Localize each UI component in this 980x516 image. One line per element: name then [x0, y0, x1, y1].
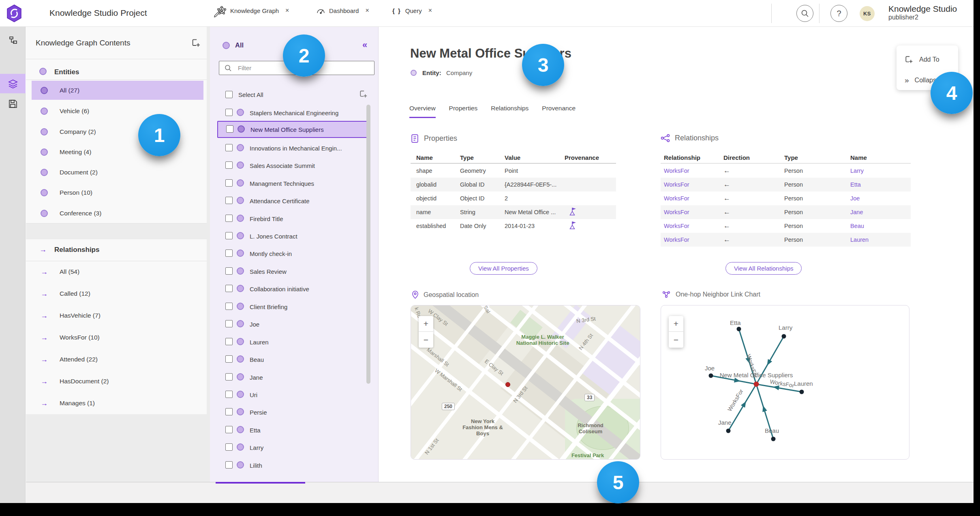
zoom-out-button[interactable]: −	[419, 332, 433, 348]
tab-query[interactable]: { } Query ×	[392, 0, 432, 21]
add-to-new-icon[interactable]	[359, 90, 368, 99]
entity-link[interactable]: Jane	[850, 209, 863, 215]
view-all-properties-button[interactable]: View All Properties	[470, 262, 537, 275]
node-jane[interactable]	[726, 429, 731, 433]
sidebar-item-entity-meeting[interactable]: Meeting (4)	[26, 143, 207, 161]
item-checkbox[interactable]	[225, 373, 233, 381]
tab-dashboard[interactable]: Dashboard ×	[316, 0, 369, 21]
tab-knowledge-graph[interactable]: Knowledge Graph ×	[217, 0, 289, 21]
list-item[interactable]: Lauren	[217, 333, 369, 350]
item-checkbox[interactable]	[225, 179, 233, 187]
tab-provenance[interactable]: Provenance	[542, 105, 576, 118]
sidebar-item-entity-all[interactable]: All (27)	[26, 81, 207, 100]
provenance-flag-icon[interactable]	[568, 221, 576, 230]
list-item[interactable]: Attendance Certificate	[217, 192, 369, 209]
list-item-selected[interactable]: New Metal Office Suppliers	[217, 121, 369, 138]
node-beau[interactable]	[771, 437, 776, 441]
item-checkbox[interactable]	[225, 249, 233, 257]
scrollbar-thumb[interactable]	[366, 105, 370, 384]
item-checkbox[interactable]	[225, 303, 233, 310]
provenance-flag-icon[interactable]	[568, 207, 576, 216]
sidebar-item-rel-hasvehicle[interactable]: → HasVehicle (7)	[26, 306, 207, 325]
item-checkbox[interactable]	[225, 443, 233, 451]
list-item[interactable]: Uri	[217, 386, 369, 403]
close-tab-icon[interactable]: ×	[365, 7, 369, 14]
list-item[interactable]: Larry	[217, 439, 369, 456]
zoom-out-button[interactable]: −	[669, 332, 683, 348]
view-all-relationships-button[interactable]: View All Relationships	[725, 262, 802, 275]
item-checkbox[interactable]	[225, 391, 233, 398]
item-checkbox[interactable]	[225, 109, 233, 116]
sidebar-item-rel-hasdocument[interactable]: → HasDocument (2)	[26, 372, 207, 391]
tab-overview[interactable]: Overview	[409, 105, 436, 118]
node-lauren[interactable]	[800, 390, 804, 394]
app-logo-icon[interactable]	[6, 4, 22, 22]
sidebar-item-entity-conference[interactable]: Conference (3)	[26, 204, 207, 223]
node-joe[interactable]	[709, 374, 713, 378]
item-checkbox[interactable]	[225, 338, 233, 345]
collapse-panel-icon[interactable]: «	[362, 40, 367, 50]
schema-view-button[interactable]	[0, 31, 26, 50]
list-item[interactable]: Collaboration initiative	[217, 280, 369, 297]
node-larry[interactable]	[782, 334, 786, 339]
list-item[interactable]: Staplers Mechanical Engineering	[217, 104, 369, 121]
item-checkbox[interactable]	[225, 320, 233, 327]
sidebar-item-rel-attended[interactable]: → Attended (22)	[26, 350, 207, 369]
item-checkbox[interactable]	[225, 215, 233, 222]
user-avatar[interactable]: KS	[860, 6, 875, 21]
item-checkbox[interactable]	[225, 232, 233, 239]
zoom-in-button[interactable]: +	[669, 316, 683, 332]
sidebar-item-entity-document[interactable]: Document (2)	[26, 163, 207, 182]
relationship-link[interactable]: WorksFor	[664, 181, 689, 188]
tab-properties[interactable]: Properties	[449, 105, 478, 118]
list-item[interactable]: Lilith	[217, 457, 369, 474]
relationship-link[interactable]: WorksFor	[664, 209, 689, 215]
item-checkbox[interactable]	[225, 144, 233, 151]
help-button[interactable]: ?	[830, 5, 847, 22]
item-checkbox[interactable]	[225, 197, 233, 204]
item-checkbox[interactable]	[225, 408, 233, 415]
list-item[interactable]: L. Jones Contract	[217, 228, 369, 245]
sidebar-item-entity-person[interactable]: Person (10)	[26, 183, 207, 202]
entity-link[interactable]: Larry	[850, 168, 864, 174]
item-checkbox[interactable]	[226, 125, 233, 133]
item-checkbox[interactable]	[225, 285, 233, 292]
list-item[interactable]: Client Briefing	[217, 298, 369, 315]
list-item[interactable]: Managment Techniques	[217, 175, 369, 192]
close-tab-icon[interactable]: ×	[428, 7, 432, 14]
close-tab-icon[interactable]: ×	[285, 7, 289, 14]
zoom-in-button[interactable]: +	[419, 316, 433, 332]
list-item[interactable]: Etta	[217, 421, 369, 439]
entities-section-header[interactable]: Entities	[26, 62, 207, 82]
item-checkbox[interactable]	[225, 267, 233, 275]
relationship-link[interactable]: WorksFor	[664, 236, 689, 243]
sidebar-item-rel-manages[interactable]: → Manages (1)	[26, 394, 207, 413]
sidebar-item-rel-worksfor[interactable]: → WorksFor (10)	[26, 328, 207, 347]
list-item[interactable]: Beau	[217, 351, 369, 368]
entity-link[interactable]: Lauren	[850, 236, 869, 243]
node-etta[interactable]	[737, 327, 741, 331]
item-checkbox[interactable]	[225, 161, 233, 169]
list-item[interactable]: Firebird Title	[217, 210, 369, 227]
node-center[interactable]	[754, 382, 759, 387]
save-button[interactable]	[0, 94, 26, 114]
list-item[interactable]: Joe	[217, 316, 369, 333]
list-item[interactable]: Jane	[217, 369, 369, 386]
relationships-section-header[interactable]: → Relationships	[26, 239, 207, 260]
list-item[interactable]: Sales Associate Summit	[217, 157, 369, 174]
menu-item-add-to[interactable]: Add To	[897, 52, 958, 68]
entity-link[interactable]: Joe	[850, 195, 860, 202]
sidebar-item-rel-called[interactable]: → Called (12)	[26, 284, 207, 303]
contents-layers-button[interactable]	[0, 74, 26, 93]
relationship-link[interactable]: WorksFor	[664, 168, 689, 174]
item-checkbox[interactable]	[225, 355, 233, 363]
link-chart-card[interactable]: Etta Larry Joe Lauren Jane Beau New Meta…	[661, 305, 909, 460]
user-info[interactable]: Knowledge Studio publisher2	[888, 4, 957, 22]
map-canvas[interactable]: W Clay St k Rd Sal Maggie L. Walker Nati…	[411, 305, 640, 460]
relationship-link[interactable]: WorksFor	[664, 195, 689, 202]
add-to-new-icon[interactable]	[191, 38, 201, 48]
list-item[interactable]: Persie	[217, 404, 369, 421]
item-checkbox[interactable]	[225, 426, 233, 433]
list-item[interactable]: Sales Review	[217, 263, 369, 280]
link-chart-canvas[interactable]: Etta Larry Joe Lauren Jane Beau New Meta…	[661, 305, 909, 460]
